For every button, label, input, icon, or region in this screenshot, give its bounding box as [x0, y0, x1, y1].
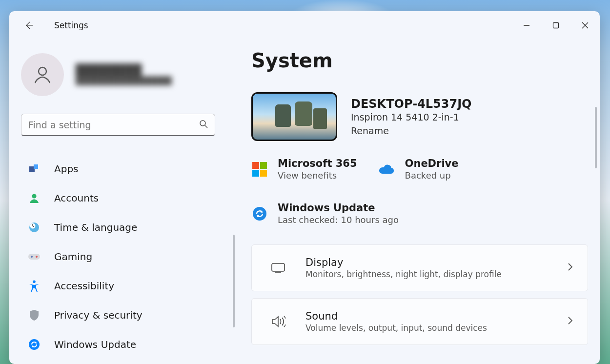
- main-content: System DESKTOP-4L537JQ Inspiron 14 5410 …: [232, 40, 600, 364]
- rename-link[interactable]: Rename: [351, 125, 472, 136]
- profile-block[interactable]: ████████ ████████████████: [21, 53, 232, 96]
- tile-sub: Last checked: 10 hours ago: [278, 215, 399, 225]
- tile-title: Microsoft 365: [278, 158, 357, 169]
- device-thumbnail[interactable]: [251, 92, 337, 141]
- profile-text: ████████ ████████████████: [76, 64, 172, 85]
- avatar: [21, 53, 64, 96]
- device-block: DESKTOP-4L537JQ Inspiron 14 5410 2-in-1 …: [251, 92, 588, 141]
- close-button[interactable]: [570, 15, 600, 37]
- sidebar-item-privacy-security[interactable]: Privacy & security: [21, 304, 226, 326]
- search-box[interactable]: [21, 114, 215, 136]
- window-controls: [512, 15, 600, 37]
- sidebar-item-apps[interactable]: Apps: [21, 158, 226, 180]
- arrow-left-icon: [24, 20, 34, 30]
- minimize-icon: [523, 22, 530, 29]
- sidebar: ████████ ████████████████ Apps: [9, 40, 232, 364]
- sidebar-item-label: Accounts: [54, 192, 99, 204]
- svg-point-16: [29, 339, 40, 350]
- svg-point-14: [36, 256, 38, 258]
- maximize-icon: [552, 22, 559, 29]
- sync-icon: [251, 205, 268, 222]
- svg-line-6: [205, 125, 207, 128]
- svg-rect-18: [272, 263, 285, 271]
- sidebar-item-accounts[interactable]: Accounts: [21, 187, 226, 209]
- window-title: Settings: [54, 20, 88, 30]
- back-button[interactable]: [19, 16, 39, 35]
- card-display[interactable]: Display Monitors, brightness, night ligh…: [251, 244, 588, 291]
- svg-point-13: [31, 256, 33, 258]
- svg-rect-1: [553, 23, 559, 28]
- tile-title: Windows Update: [278, 202, 399, 214]
- sidebar-item-time-language[interactable]: Time & language: [21, 216, 226, 239]
- card-sound[interactable]: Sound Volume levels, output, input, soun…: [251, 298, 588, 345]
- person-icon: [31, 63, 54, 86]
- apps-icon: [28, 162, 41, 175]
- svg-point-5: [200, 121, 205, 126]
- sidebar-item-label: Privacy & security: [54, 309, 142, 321]
- tile-sub: Backed up: [405, 170, 459, 181]
- microsoft-logo-icon: [251, 161, 268, 178]
- close-icon: [582, 22, 589, 29]
- sidebar-nav: Apps Accounts Time & language: [21, 158, 232, 356]
- minimize-button[interactable]: [512, 15, 541, 37]
- onedrive-icon: [379, 161, 395, 178]
- titlebar: Settings: [9, 11, 600, 40]
- tile-sub: View benefits: [278, 170, 357, 181]
- sidebar-item-gaming[interactable]: Gaming: [21, 245, 226, 268]
- svg-rect-12: [28, 254, 40, 260]
- search-input[interactable]: [28, 120, 194, 130]
- display-icon: [266, 262, 290, 274]
- gaming-icon: [28, 250, 41, 263]
- settings-window: Settings ████████ ████████████████: [9, 11, 600, 364]
- sidebar-item-label: Windows Update: [54, 339, 136, 350]
- svg-rect-8: [34, 164, 38, 169]
- accounts-icon: [28, 192, 41, 204]
- card-sub: Monitors, brightness, night light, displ…: [305, 269, 567, 279]
- sidebar-item-label: Apps: [54, 163, 79, 175]
- svg-point-15: [33, 280, 36, 283]
- svg-point-9: [32, 194, 36, 198]
- svg-point-4: [39, 67, 46, 75]
- device-info: DESKTOP-4L537JQ Inspiron 14 5410 2-in-1 …: [351, 97, 472, 136]
- tile-title: OneDrive: [405, 158, 459, 169]
- sidebar-item-label: Accessibility: [54, 280, 114, 292]
- svg-point-17: [253, 207, 266, 221]
- page-title: System: [251, 49, 588, 72]
- shield-icon: [28, 309, 41, 322]
- chevron-right-icon: [567, 263, 573, 273]
- status-tiles: Microsoft 365 View benefits OneDrive Bac…: [251, 158, 583, 225]
- device-model: Inspiron 14 5410 2-in-1: [351, 112, 472, 122]
- tile-microsoft-365[interactable]: Microsoft 365 View benefits: [251, 158, 357, 181]
- windows-update-icon: [28, 338, 41, 351]
- sidebar-item-label: Gaming: [54, 251, 92, 263]
- sidebar-item-windows-update[interactable]: Windows Update: [21, 333, 226, 356]
- main-scrollbar[interactable]: [595, 107, 597, 168]
- card-sub: Volume levels, output, input, sound devi…: [305, 323, 567, 333]
- search-icon: [199, 120, 208, 130]
- chevron-right-icon: [567, 316, 573, 327]
- card-title: Sound: [305, 310, 567, 322]
- device-name: DESKTOP-4L537JQ: [351, 97, 472, 111]
- card-title: Display: [305, 257, 567, 268]
- settings-cards: Display Monitors, brightness, night ligh…: [251, 244, 588, 345]
- sound-icon: [266, 315, 290, 328]
- maximize-button[interactable]: [541, 15, 570, 37]
- tile-onedrive[interactable]: OneDrive Backed up: [379, 158, 459, 181]
- accessibility-icon: [28, 280, 41, 292]
- sidebar-item-accessibility[interactable]: Accessibility: [21, 275, 226, 297]
- time-language-icon: [28, 221, 41, 234]
- sidebar-item-label: Time & language: [54, 222, 137, 233]
- tile-windows-update[interactable]: Windows Update Last checked: 10 hours ag…: [251, 202, 399, 225]
